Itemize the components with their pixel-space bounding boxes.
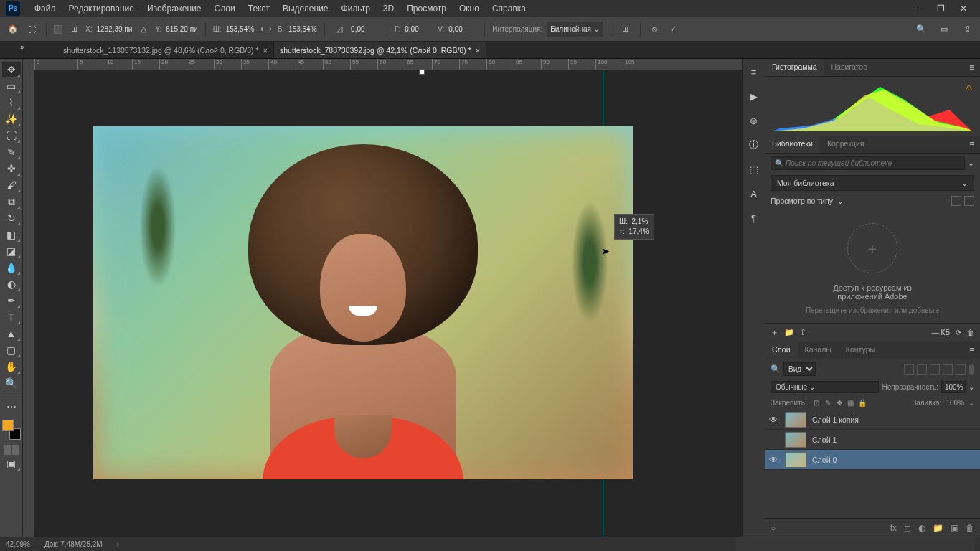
- library-search-input[interactable]: [771, 156, 965, 170]
- filter-adjust-icon[interactable]: [917, 364, 927, 375]
- blur-tool[interactable]: 💧: [2, 260, 21, 276]
- layer-thumbnail[interactable]: [785, 412, 806, 428]
- hskew-value[interactable]: 0,00: [405, 25, 433, 33]
- add-asset-icon[interactable]: ＋: [771, 327, 778, 338]
- menu-edit[interactable]: Редактирование: [63, 1, 140, 16]
- brush-tool[interactable]: 🖌: [2, 177, 21, 193]
- sync-icon[interactable]: ⟳: [956, 329, 961, 336]
- link-layers-icon[interactable]: ⟐: [771, 523, 776, 533]
- view-list-icon[interactable]: [964, 196, 974, 206]
- dock-adjust-icon[interactable]: ⊜: [747, 113, 761, 128]
- magic-wand-tool[interactable]: ✨: [2, 111, 21, 127]
- drop-target-icon[interactable]: ＋: [847, 223, 897, 273]
- link-wh-icon[interactable]: ⟷: [259, 22, 273, 37]
- layer-thumbnail[interactable]: [785, 452, 806, 468]
- minimize-icon[interactable]: —: [913, 4, 923, 14]
- adjustment-layer-icon[interactable]: ◐: [918, 523, 925, 533]
- interp-select[interactable]: Бил­инейная⌄: [547, 22, 603, 37]
- dodge-tool[interactable]: ◐: [2, 276, 21, 292]
- layer-filter-kind[interactable]: Вид: [783, 362, 816, 376]
- edit-toolbar-icon[interactable]: ⋯: [2, 399, 21, 415]
- menu-3d[interactable]: 3D: [377, 1, 400, 16]
- w-value[interactable]: 153,54%: [226, 25, 255, 33]
- warp-icon[interactable]: ⊞: [618, 22, 633, 37]
- dock-para-icon[interactable]: ¶: [747, 211, 761, 225]
- mask-icon[interactable]: ◻: [904, 523, 911, 533]
- filter-pixel-icon[interactable]: [904, 364, 914, 375]
- close-icon[interactable]: ✕: [958, 4, 969, 14]
- tab-close-icon[interactable]: ×: [476, 46, 480, 55]
- reference-grid-icon[interactable]: ⊞: [67, 22, 81, 37]
- layer-row[interactable]: Слой 1: [765, 430, 980, 450]
- y-value[interactable]: 815,20 пи: [166, 25, 197, 33]
- trash-icon[interactable]: 🗑: [967, 329, 974, 336]
- canvas-image[interactable]: [93, 126, 633, 479]
- blend-mode-select[interactable]: Обычные ⌄: [771, 381, 879, 393]
- clone-stamp-tool[interactable]: ⧉: [2, 194, 21, 209]
- lock-position-icon[interactable]: ✥: [834, 397, 844, 408]
- panel-menu-icon[interactable]: ≡: [963, 59, 980, 76]
- ruler-horizontal[interactable]: 0 5 10 15 20 25 30 35 40 45 50 55 60 65 …: [34, 59, 742, 70]
- filter-smart-icon[interactable]: [956, 364, 966, 375]
- menu-window[interactable]: Окно: [453, 1, 485, 16]
- fill-value[interactable]: 100%: [946, 399, 964, 407]
- layer-row[interactable]: 👁 Слой 0: [765, 450, 980, 470]
- ruler-vertical[interactable]: [23, 70, 34, 537]
- dock-play-icon[interactable]: ▶: [747, 89, 761, 103]
- toolbox-expand-icon[interactable]: »: [20, 43, 24, 51]
- layer-thumbnail[interactable]: [785, 432, 806, 448]
- gradient-tool[interactable]: ◪: [2, 243, 21, 259]
- view-by-label[interactable]: Просмотр по типу: [771, 197, 833, 205]
- tab-libraries[interactable]: Библиотеки: [765, 136, 820, 153]
- filter-toggle[interactable]: [969, 364, 974, 375]
- vskew-value[interactable]: 0,00: [448, 25, 477, 33]
- foreground-color-swatch[interactable]: [2, 420, 14, 431]
- zoom-level[interactable]: 42,09%: [6, 540, 30, 548]
- lock-artboard-icon[interactable]: ▦: [846, 397, 856, 408]
- layer-name[interactable]: Слой 0: [812, 456, 837, 464]
- filter-type-icon[interactable]: [930, 364, 940, 375]
- color-swatches[interactable]: [2, 420, 21, 440]
- layer-name[interactable]: Слой 1 копия: [812, 415, 859, 424]
- lock-pixels-icon[interactable]: ✎: [823, 397, 833, 408]
- doc-size[interactable]: Док: 7,48M/25,2M: [44, 540, 103, 548]
- reference-point-icon[interactable]: [54, 25, 62, 34]
- dock-styles-icon[interactable]: ⬚: [747, 162, 761, 176]
- marquee-tool[interactable]: ▭: [2, 78, 21, 94]
- opacity-value[interactable]: 100%: [941, 381, 966, 393]
- panel-menu-icon[interactable]: ≡: [963, 342, 980, 359]
- hand-tool[interactable]: ✋: [2, 359, 21, 375]
- canvas-area[interactable]: 0 5 10 15 20 25 30 35 40 45 50 55 60 65 …: [23, 59, 742, 537]
- lasso-tool[interactable]: ⌇: [2, 95, 21, 110]
- cancel-transform-icon[interactable]: ⦸: [648, 22, 662, 37]
- panel-menu-icon[interactable]: ≡: [963, 136, 980, 153]
- h-value[interactable]: 153,54%: [288, 25, 317, 33]
- group-icon[interactable]: 📁: [933, 523, 943, 533]
- menu-layers[interactable]: Слои: [209, 1, 241, 16]
- menu-select[interactable]: Выделение: [277, 1, 334, 16]
- doc-tab-1[interactable]: shutterstock_788738392.jpg @ 42,1% (Слой…: [274, 42, 486, 58]
- eraser-tool[interactable]: ◧: [2, 227, 21, 242]
- tab-layers[interactable]: Слои: [765, 342, 798, 359]
- angle-value[interactable]: 0,00: [351, 25, 380, 33]
- eyedropper-tool[interactable]: ✎: [2, 144, 21, 160]
- maximize-icon[interactable]: ❐: [936, 4, 946, 14]
- layer-name[interactable]: Слой 1: [812, 435, 837, 444]
- delete-layer-icon[interactable]: 🗑: [966, 523, 974, 533]
- ruler-origin[interactable]: [23, 59, 34, 70]
- search-dropdown-icon[interactable]: ⌄: [968, 159, 974, 168]
- dock-info-icon[interactable]: ⓘ: [747, 138, 761, 152]
- doc-tab-0[interactable]: shutterstock_1130573132.jpg @ 48,6% (Сло…: [57, 42, 274, 58]
- zoom-tool[interactable]: 🔍: [2, 375, 21, 391]
- menu-file[interactable]: Файл: [29, 1, 62, 16]
- lock-all-icon[interactable]: 🔒: [857, 397, 867, 408]
- visibility-icon[interactable]: 👁: [769, 415, 779, 425]
- home-icon[interactable]: 🏠: [6, 22, 20, 37]
- visibility-icon[interactable]: 👁: [769, 455, 779, 465]
- type-tool[interactable]: T: [2, 309, 21, 325]
- tab-correction[interactable]: Коррекция: [820, 136, 872, 153]
- share-icon[interactable]: ⇪: [960, 22, 974, 37]
- shape-tool[interactable]: ▢: [2, 342, 21, 358]
- pen-tool[interactable]: ✒: [2, 293, 21, 309]
- dock-actions-icon[interactable]: ≡: [747, 65, 761, 79]
